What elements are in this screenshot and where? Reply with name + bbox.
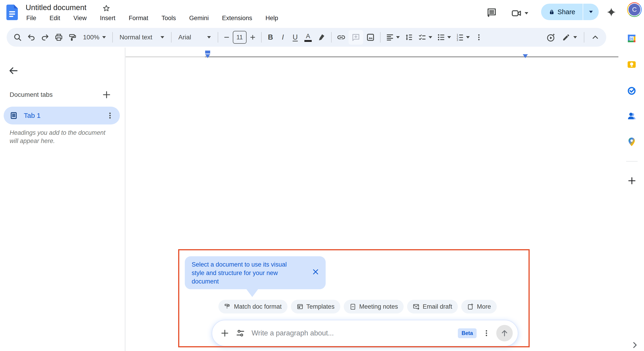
gemini-sparkle-icon[interactable] <box>606 7 616 18</box>
share-caret-icon <box>589 11 593 13</box>
tab-options-icon[interactable] <box>106 112 114 119</box>
video-builder-button[interactable] <box>544 31 557 44</box>
chip-label: Match doc format <box>234 303 282 310</box>
underline-button[interactable]: U <box>290 31 301 44</box>
paragraph-style-select[interactable]: Normal text <box>116 34 168 41</box>
chip-more[interactable]: More <box>461 300 497 313</box>
hide-menus-button[interactable] <box>589 31 602 44</box>
side-panel-divider <box>626 161 638 162</box>
tooltip-tail <box>246 289 258 297</box>
add-comment-icon <box>351 33 360 42</box>
lock-icon <box>549 9 555 15</box>
italic-glyph: I <box>282 33 284 42</box>
star-icon[interactable] <box>102 4 111 13</box>
align-select[interactable] <box>384 33 402 42</box>
highlight-color-button[interactable] <box>315 31 328 44</box>
undo-button[interactable] <box>25 31 38 44</box>
font-size-input[interactable]: 11 <box>233 31 246 44</box>
menu-view[interactable]: View <box>70 14 90 23</box>
toolbar-divider <box>112 32 113 43</box>
redo-button[interactable] <box>39 31 52 44</box>
toolbar-divider <box>218 32 218 43</box>
checklist-select[interactable] <box>416 33 434 42</box>
paint-format-button[interactable] <box>66 31 79 44</box>
keep-app-icon[interactable] <box>626 59 638 71</box>
docs-logo-icon[interactable] <box>6 5 18 20</box>
insert-image-button[interactable] <box>364 31 377 44</box>
menu-tools[interactable]: Tools <box>158 14 179 23</box>
align-caret-icon <box>396 36 400 39</box>
submit-prompt-button[interactable] <box>496 325 513 341</box>
first-line-indent-marker[interactable] <box>205 51 210 54</box>
share-dropdown-button[interactable] <box>583 4 599 20</box>
play-sparkle-icon <box>546 33 556 42</box>
numbered-list-icon: 1 2 3 <box>456 33 464 42</box>
share-button[interactable]: Share <box>541 4 583 20</box>
show-side-panel-button[interactable] <box>630 340 640 350</box>
document-title[interactable]: Untitled document <box>26 3 86 12</box>
right-indent-marker[interactable] <box>523 54 528 58</box>
plus-icon <box>220 328 230 338</box>
bold-button[interactable]: B <box>265 31 276 44</box>
font-family-select[interactable]: Arial <box>175 34 214 41</box>
insert-file-button[interactable] <box>220 328 230 338</box>
tooltip-close-button[interactable] <box>312 268 319 275</box>
toolbar-more-button[interactable] <box>472 31 485 44</box>
bulleted-list-select[interactable] <box>435 33 453 42</box>
more-prompts-icon <box>467 303 474 310</box>
menu-help[interactable]: Help <box>262 14 282 23</box>
match-doc-format-icon <box>224 303 231 310</box>
tab-item-tab1[interactable]: Tab 1 <box>4 107 120 125</box>
bulleted-list-icon <box>437 33 446 42</box>
video-call-caret-icon[interactable] <box>524 12 528 15</box>
maps-app-icon[interactable] <box>626 136 638 148</box>
left-indent-marker[interactable] <box>205 54 210 58</box>
chip-templates[interactable]: Templates <box>291 300 340 313</box>
add-tab-button[interactable] <box>102 90 112 100</box>
increase-font-size-button[interactable] <box>248 31 258 44</box>
close-tabs-panel-button[interactable] <box>8 66 19 76</box>
comments-icon[interactable] <box>486 7 497 18</box>
contacts-app-icon[interactable] <box>626 110 638 122</box>
get-addons-button[interactable] <box>627 176 637 186</box>
back-arrow-icon <box>8 66 19 76</box>
more-vertical-icon <box>475 34 483 41</box>
tabs-panel-divider <box>125 48 125 351</box>
print-button[interactable] <box>52 31 65 44</box>
numbered-list-select[interactable]: 1 2 3 <box>454 33 472 42</box>
minus-icon <box>223 34 230 41</box>
italic-button[interactable]: I <box>277 31 288 44</box>
add-comment-button[interactable] <box>348 30 363 45</box>
menu-extensions[interactable]: Extensions <box>219 14 256 23</box>
search-menus-button[interactable] <box>11 31 24 44</box>
line-spacing-button[interactable] <box>402 31 415 44</box>
promo-tooltip-text: Select a document to use its visual styl… <box>192 260 296 286</box>
arrow-up-icon <box>500 329 509 337</box>
account-avatar[interactable]: C <box>627 2 642 17</box>
text-color-glyph: A <box>306 33 310 40</box>
chip-match-doc-format[interactable]: Match doc format <box>218 300 288 313</box>
toolbar-divider <box>331 32 332 43</box>
editing-mode-select[interactable] <box>560 33 579 42</box>
paint-format-icon <box>68 33 77 42</box>
chip-meeting-notes[interactable]: Meeting notes <box>344 300 404 313</box>
prompt-settings-button[interactable] <box>236 328 245 338</box>
menu-format[interactable]: Format <box>125 14 152 23</box>
menu-edit[interactable]: Edit <box>46 14 64 23</box>
menu-file[interactable]: File <box>23 14 40 23</box>
menu-insert[interactable]: Insert <box>96 14 119 23</box>
decrease-font-size-button[interactable] <box>222 31 232 44</box>
text-color-button[interactable]: A <box>302 31 314 44</box>
paragraph-style-value: Normal text <box>120 34 152 41</box>
tasks-app-icon[interactable] <box>626 85 638 97</box>
chip-email-draft[interactable]: Email draft <box>407 300 458 313</box>
menu-gemini[interactable]: Gemini <box>186 14 212 23</box>
video-call-button[interactable] <box>511 8 528 19</box>
link-icon <box>337 33 346 42</box>
calendar-app-icon[interactable]: 31 <box>626 33 638 44</box>
zoom-select[interactable]: 100% <box>80 34 109 41</box>
prompt-input[interactable] <box>251 329 452 337</box>
email-draft-icon <box>413 303 420 310</box>
prompt-more-button[interactable] <box>482 329 490 337</box>
insert-link-button[interactable] <box>335 31 348 44</box>
